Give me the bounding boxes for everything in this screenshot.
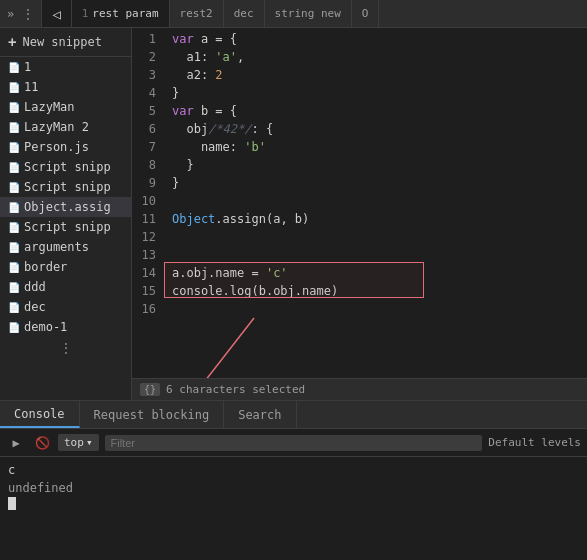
console-line-2: undefined <box>8 479 579 497</box>
file-icon: 📄 <box>8 202 20 213</box>
sidebar-item-14[interactable]: 📄 demo-1 <box>0 317 131 337</box>
tab-label: O <box>362 7 369 20</box>
item-label: dec <box>24 300 46 314</box>
item-label: Script snipp <box>24 160 111 174</box>
file-icon: 📄 <box>8 122 20 133</box>
tab-label: string new <box>275 7 341 20</box>
main-area: + New snippet 📄 1 📄 11 📄 LazyMan 📄 LazyM… <box>0 28 587 400</box>
nav-menu-btn[interactable]: ⋮ <box>19 5 37 23</box>
tab-item-4[interactable]: O <box>352 0 380 27</box>
console-line-3 <box>8 497 579 515</box>
sidebar-item-4[interactable]: 📄 LazyMan 2 <box>0 117 131 137</box>
plus-icon: + <box>8 34 16 50</box>
item-label: LazyMan <box>24 100 75 114</box>
item-label: ddd <box>24 280 46 294</box>
brace-icon: {} <box>140 383 160 396</box>
new-snippet-label: New snippet <box>22 35 101 49</box>
file-icon: 📄 <box>8 102 20 113</box>
svg-line-0 <box>184 318 254 378</box>
code-lines[interactable]: 12345 678910 1112131415 16 var a = { a1:… <box>132 28 587 378</box>
tab-item-2[interactable]: dec <box>224 0 265 27</box>
item-label: 11 <box>24 80 38 94</box>
file-icon: 📄 <box>8 322 20 333</box>
sidebar-item-12[interactable]: 📄 ddd <box>0 277 131 297</box>
new-snippet-btn[interactable]: + New snippet <box>0 28 131 57</box>
item-label: Object.assig <box>24 200 111 214</box>
sidebar-item-6[interactable]: 📄 Script snipp <box>0 157 131 177</box>
top-tab-bar: » ⋮ ◁ 1 rest param rest2 dec string new … <box>0 0 587 28</box>
file-icon: 📄 <box>8 162 20 173</box>
tab-item-3[interactable]: string new <box>265 0 352 27</box>
output-c: c <box>8 461 15 479</box>
tab-console[interactable]: Console <box>0 401 80 428</box>
sidebar-item-9[interactable]: 📄 Script snipp <box>0 217 131 237</box>
selection-status: 6 characters selected <box>166 383 305 396</box>
file-icon: 📄 <box>8 302 20 313</box>
item-label: Person.js <box>24 140 89 154</box>
item-label: border <box>24 260 67 274</box>
console-toolbar: ▶ 🚫 top ▾ Default levels <box>0 429 587 457</box>
item-label: 1 <box>24 60 31 74</box>
file-icon: 📄 <box>8 62 20 73</box>
tab-label: rest2 <box>180 7 213 20</box>
sidebar-item-13[interactable]: 📄 dec <box>0 297 131 317</box>
clear-btn[interactable]: 🚫 <box>32 433 52 453</box>
sidebar: + New snippet 📄 1 📄 11 📄 LazyMan 📄 LazyM… <box>0 28 132 400</box>
code-editor: 12345 678910 1112131415 16 var a = { a1:… <box>132 28 587 400</box>
tab-number: 1 <box>82 7 89 20</box>
sidebar-item-8[interactable]: 📄 Object.assig <box>0 197 131 217</box>
file-icon: 📄 <box>8 142 20 153</box>
sidebar-item-2[interactable]: 📄 11 <box>0 77 131 97</box>
tab-nav-arrows: » ⋮ <box>0 0 42 27</box>
tab-item-1[interactable]: rest2 <box>170 0 224 27</box>
context-select[interactable]: top ▾ <box>58 434 99 451</box>
item-label: Script snipp <box>24 180 111 194</box>
tab-item-0[interactable]: 1 rest param <box>72 0 170 27</box>
default-level-label: Default levels <box>488 436 581 449</box>
tab-label: dec <box>234 7 254 20</box>
sidebar-item-1[interactable]: 📄 1 <box>0 57 131 77</box>
context-label: top <box>64 436 84 449</box>
tab-label: rest param <box>92 7 158 20</box>
console-cursor <box>8 497 16 510</box>
file-icon: 📄 <box>8 282 20 293</box>
tab-back-btn[interactable]: ◁ <box>42 0 71 27</box>
context-chevron: ▾ <box>86 436 93 449</box>
console-line-1: c <box>8 461 579 479</box>
output-undefined: undefined <box>8 479 73 497</box>
item-label: demo-1 <box>24 320 67 334</box>
item-label: arguments <box>24 240 89 254</box>
file-icon: 📄 <box>8 82 20 93</box>
request-blocking-tab-label: Request blocking <box>94 408 210 422</box>
search-tab-label: Search <box>238 408 281 422</box>
sidebar-item-7[interactable]: 📄 Script snipp <box>0 177 131 197</box>
sidebar-item-11[interactable]: 📄 border <box>0 257 131 277</box>
item-label: Script snipp <box>24 220 111 234</box>
nav-left-btn[interactable]: » <box>4 5 17 23</box>
code-status-bar: {} 6 characters selected <box>132 378 587 400</box>
code-pre: var a = { a1: 'a', a2: 2 } var b = { obj… <box>172 30 579 300</box>
file-icon: 📄 <box>8 262 20 273</box>
tab-search[interactable]: Search <box>224 401 296 428</box>
bottom-tabs: Console Request blocking Search <box>0 401 587 429</box>
tab-request-blocking[interactable]: Request blocking <box>80 401 225 428</box>
bottom-panel: Console Request blocking Search ▶ 🚫 top … <box>0 400 587 537</box>
console-tab-label: Console <box>14 407 65 421</box>
sidebar-more-icon[interactable]: ⋮ <box>0 337 131 359</box>
run-btn[interactable]: ▶ <box>6 433 26 453</box>
sidebar-item-10[interactable]: 📄 arguments <box>0 237 131 257</box>
file-icon: 📄 <box>8 242 20 253</box>
console-output: c undefined <box>0 457 587 537</box>
file-icon: 📄 <box>8 222 20 233</box>
sidebar-item-3[interactable]: 📄 LazyMan <box>0 97 131 117</box>
sidebar-item-5[interactable]: 📄 Person.js <box>0 137 131 157</box>
file-icon: 📄 <box>8 182 20 193</box>
filter-input[interactable] <box>105 435 483 451</box>
code-content[interactable]: var a = { a1: 'a', a2: 2 } var b = { obj… <box>164 28 587 378</box>
line-numbers: 12345 678910 1112131415 16 <box>132 28 164 378</box>
item-label: LazyMan 2 <box>24 120 89 134</box>
